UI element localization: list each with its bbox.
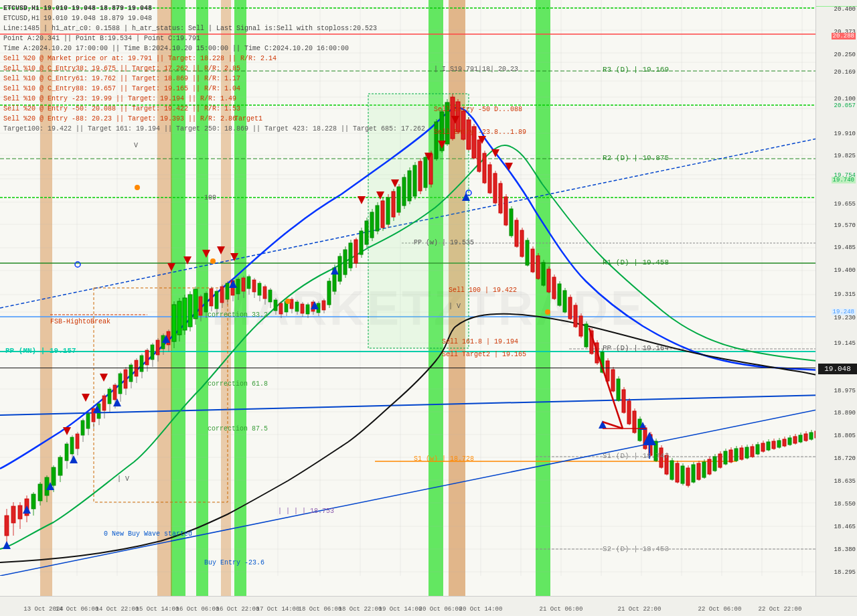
- svg-rect-274: [563, 291, 566, 312]
- svg-rect-336: [729, 450, 732, 462]
- svg-marker-370: [82, 394, 90, 402]
- svg-rect-320: [686, 468, 690, 485]
- svg-rect-254: [510, 209, 513, 236]
- annotation-s1w: S1 (w) | 18.728: [414, 455, 474, 463]
- annotation-sell-100: Sell 100 | 19.422: [449, 287, 517, 294]
- svg-rect-168: [279, 303, 283, 314]
- svg-rect-214: [402, 177, 406, 206]
- svg-rect-108: [119, 374, 122, 394]
- svg-rect-142: [210, 289, 213, 306]
- svg-rect-196: [354, 240, 358, 263]
- svg-rect-316: [676, 463, 679, 482]
- svg-rect-220: [418, 161, 422, 191]
- svg-rect-86: [58, 457, 62, 475]
- info-line-9: Sell %20 @ Entry -50: 20.088 || Target: …: [3, 104, 425, 114]
- info-line-1: Line:1485 | h1_atr_c0: 0.1588 | h_atr_st…: [3, 23, 425, 33]
- svg-rect-354: [777, 441, 781, 447]
- svg-rect-174: [295, 302, 299, 311]
- svg-point-400: [210, 258, 216, 264]
- time-label-1: 14 Oct 06:00: [56, 606, 99, 613]
- svg-marker-377: [358, 196, 366, 204]
- svg-rect-80: [38, 484, 42, 501]
- svg-rect-178: [306, 305, 309, 314]
- svg-rect-282: [585, 324, 588, 347]
- svg-rect-266: [542, 262, 545, 285]
- label-s1d: S1 (D) | 18.747: [603, 452, 669, 460]
- svg-rect-208: [386, 198, 390, 224]
- svg-rect-324: [697, 463, 700, 479]
- info-line-4: Sell %20 @ Market price or at: 19.791 ||…: [3, 54, 425, 64]
- annotation-fsb: FSB-HightoBreak: [50, 318, 110, 325]
- svg-rect-332: [718, 454, 722, 467]
- svg-line-405: [589, 328, 623, 429]
- label-pp-mn: PP (MN) | 19.157: [5, 347, 76, 355]
- svg-rect-260: [526, 240, 529, 265]
- svg-marker-389: [70, 455, 78, 463]
- svg-rect-366: [809, 433, 813, 439]
- svg-rect-226: [435, 122, 438, 159]
- svg-rect-356: [783, 439, 786, 446]
- svg-rect-136: [193, 289, 198, 319]
- svg-point-401: [285, 299, 291, 304]
- svg-rect-252: [504, 197, 508, 225]
- svg-marker-375: [217, 246, 225, 254]
- info-line-2: Point A:20.341 || Point B:19.534 | Point…: [3, 33, 425, 44]
- svg-rect-164: [268, 290, 272, 302]
- svg-rect-116: [140, 356, 143, 372]
- svg-rect-210: [392, 191, 395, 217]
- svg-rect-364: [804, 434, 807, 441]
- svg-rect-162: [263, 287, 266, 299]
- svg-rect-326: [702, 462, 706, 477]
- svg-rect-352: [772, 441, 775, 449]
- info-line-8: Sell %10 @ Entry -23: 19.99 || Target: 1…: [3, 94, 425, 104]
- svg-rect-256: [515, 220, 518, 246]
- price-axis: 20.400 20.373 20.288 20.250 20.169 20.10…: [815, 0, 857, 596]
- annotation-18753: | | | | 18.753: [278, 508, 334, 515]
- annotation-iv: | V: [449, 303, 461, 310]
- symbol-info: ETCUSD,H1 19.010 19.048 18.879 19.048: [3, 3, 425, 13]
- svg-rect-190: [338, 256, 341, 281]
- svg-rect-296: [622, 390, 625, 412]
- svg-rect-300: [633, 411, 636, 433]
- time-label-4: 16 Oct 06:00: [176, 606, 220, 613]
- svg-rect-106: [113, 385, 116, 400]
- annotation-buy-entry: Buy Entry -23.6: [204, 559, 264, 566]
- annotation-sell-161: Sell 161.8 | 19.194: [442, 338, 518, 345]
- svg-rect-348: [761, 443, 765, 451]
- svg-rect-328: [708, 459, 711, 474]
- svg-rect-160: [258, 283, 261, 295]
- svg-rect-318: [681, 466, 684, 483]
- time-label-15: 22 Oct 22:00: [759, 606, 802, 613]
- svg-rect-146: [220, 287, 224, 303]
- svg-rect-330: [713, 457, 716, 471]
- svg-marker-374: [202, 250, 210, 258]
- info-line-11: Target100: 19.422 || Target 161: 19.194 …: [3, 124, 425, 134]
- svg-rect-224: [429, 154, 433, 184]
- svg-rect-262: [531, 249, 534, 272]
- svg-rect-246: [488, 165, 491, 193]
- annotation-correction-87: correction 87.5: [208, 425, 268, 433]
- time-label-7: 18 Oct 06:00: [299, 606, 342, 613]
- annotation-correction-33: correction 33.2: [208, 311, 268, 319]
- time-axis: 13 Oct 2024 14 Oct 06:00 14 Oct 22:00 15…: [0, 596, 857, 616]
- svg-rect-88: [65, 444, 68, 461]
- svg-marker-369: [63, 427, 71, 435]
- svg-rect-132: [183, 298, 187, 330]
- svg-rect-278: [574, 305, 577, 327]
- svg-rect-130: [177, 301, 181, 335]
- info-line-0: ETCUSD,H1 19.010 19.048 18.879 19.048: [3, 13, 425, 23]
- current-price-box: 19.048: [818, 364, 857, 374]
- svg-rect-198: [360, 231, 363, 254]
- svg-rect-292: [611, 370, 615, 391]
- svg-rect-92: [76, 434, 79, 449]
- svg-point-402: [545, 309, 550, 315]
- svg-rect-134: [188, 295, 192, 327]
- current-price-line: [0, 368, 815, 368]
- svg-rect-216: [408, 171, 411, 201]
- svg-rect-176: [301, 304, 304, 313]
- svg-rect-78: [31, 494, 35, 509]
- svg-rect-114: [135, 360, 138, 376]
- svg-rect-250: [499, 183, 502, 213]
- svg-point-403: [75, 262, 80, 267]
- time-label-12: 21 Oct 06:00: [540, 606, 583, 613]
